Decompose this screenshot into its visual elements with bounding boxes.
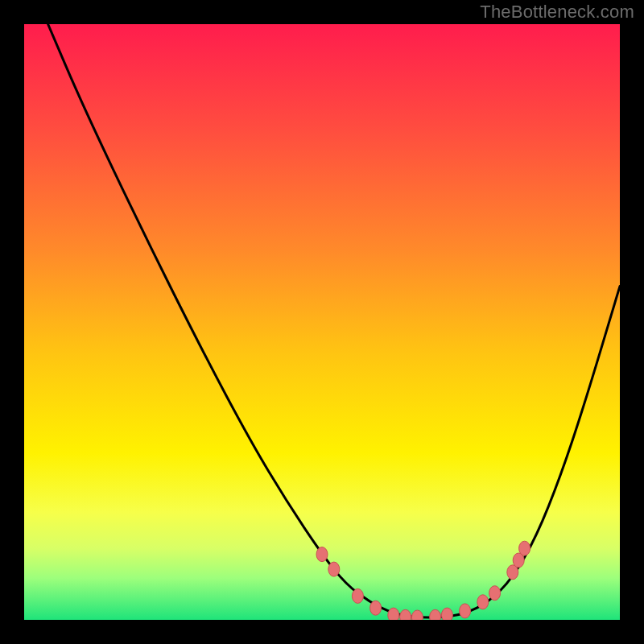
curve-marker	[316, 547, 328, 562]
curve-marker	[352, 588, 363, 603]
chart-svg	[24, 24, 620, 620]
curve-marker	[430, 609, 441, 620]
bottleneck-curve	[48, 24, 620, 617]
curve-marker	[489, 586, 501, 601]
chart-plot-area	[24, 24, 620, 620]
watermark-text: TheBottleneck.com	[480, 2, 634, 23]
curve-marker	[460, 604, 471, 618]
curve-markers	[316, 541, 530, 620]
curve-marker	[328, 562, 340, 576]
curve-marker	[370, 601, 382, 615]
curve-marker	[411, 610, 423, 620]
curve-marker	[400, 609, 411, 620]
curve-marker	[519, 541, 530, 555]
chart-frame: TheBottleneck.com	[0, 0, 644, 644]
curve-marker	[477, 595, 489, 609]
curve-marker	[441, 608, 452, 620]
curve-marker	[388, 608, 399, 620]
